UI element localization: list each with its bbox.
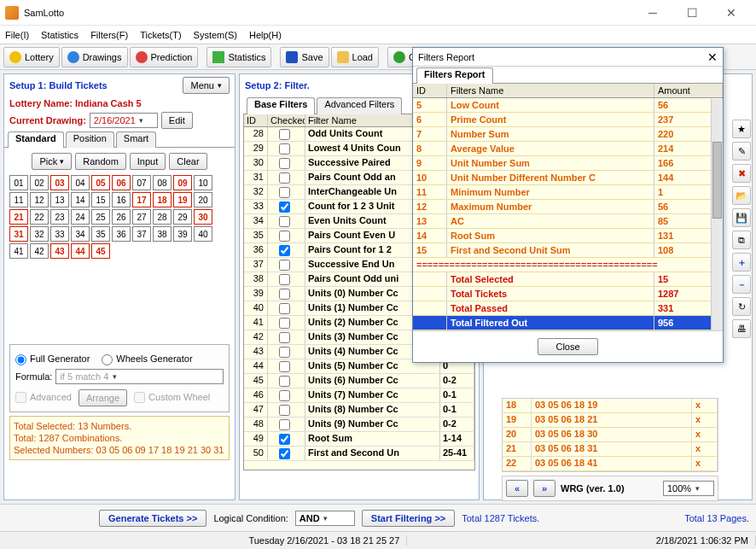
ticket-row[interactable]: 1903 05 06 18 21x: [503, 413, 718, 428]
drawing-combo[interactable]: 2/16/2021▾: [90, 113, 158, 128]
number-cell[interactable]: 11: [9, 192, 28, 207]
side-remove-icon[interactable]: －: [732, 275, 751, 294]
number-cell[interactable]: 08: [153, 175, 172, 190]
menu-help[interactable]: Help(H): [249, 30, 282, 40]
report-row[interactable]: 14Root Sum131: [413, 229, 723, 243]
number-cell[interactable]: 17: [132, 192, 151, 207]
report-close-icon[interactable]: ✕: [707, 50, 718, 64]
report-scrollbar[interactable]: [711, 99, 723, 330]
minimize-button[interactable]: ─: [633, 0, 672, 26]
filter-row[interactable]: 49Root Sum1-14: [244, 432, 474, 447]
tab-advanced-filters[interactable]: Advanced Filters: [317, 97, 402, 114]
close-button[interactable]: ✕: [712, 0, 751, 26]
report-row[interactable]: 8Average Value214: [413, 142, 723, 156]
number-cell[interactable]: 07: [132, 175, 151, 190]
side-wand-icon[interactable]: ✎: [732, 142, 751, 161]
side-add-icon[interactable]: ＋: [732, 253, 751, 272]
number-cell[interactable]: 04: [71, 175, 90, 190]
pick-button[interactable]: Pick▾: [32, 153, 72, 170]
number-cell[interactable]: 09: [173, 175, 192, 190]
tab-position[interactable]: Position: [66, 131, 114, 148]
nav-first-button[interactable]: «: [506, 480, 528, 497]
number-cell[interactable]: 43: [50, 243, 69, 259]
number-cell[interactable]: 32: [30, 226, 49, 242]
number-cell[interactable]: 29: [173, 209, 192, 225]
tab-base-filters[interactable]: Base Filters: [247, 97, 315, 114]
menu-system[interactable]: System(S): [194, 30, 237, 40]
tab-smart[interactable]: Smart: [116, 131, 156, 148]
report-close-button[interactable]: Close: [538, 338, 597, 355]
report-row[interactable]: 7Number Sum220: [413, 127, 723, 142]
generate-tickets-button[interactable]: Generate Tickets >>: [99, 510, 206, 527]
number-cell[interactable]: 35: [91, 226, 110, 242]
filter-row[interactable]: 47Units (8) Number Cc0-1: [244, 403, 474, 418]
menu-tickets[interactable]: Tickets(T): [140, 30, 181, 40]
number-cell[interactable]: 10: [194, 175, 212, 190]
number-cell[interactable]: 42: [30, 243, 49, 259]
report-total-row[interactable]: Total Tickets1287: [413, 287, 723, 301]
load-button[interactable]: Load: [331, 47, 379, 67]
zoom-combo[interactable]: 100%▾: [663, 481, 714, 496]
ticket-row[interactable]: 2203 05 06 18 41x: [503, 457, 718, 471]
report-total-row[interactable]: Total Selected15: [413, 272, 723, 287]
menu-filters[interactable]: Filters(F): [90, 30, 128, 40]
menu-file[interactable]: File(I): [5, 30, 29, 40]
number-cell[interactable]: 38: [153, 226, 172, 242]
edit-button[interactable]: Edit: [161, 112, 193, 129]
number-cell[interactable]: 26: [112, 209, 131, 225]
number-cell[interactable]: 06: [112, 175, 131, 190]
number-cell[interactable]: 15: [91, 192, 110, 207]
number-cell[interactable]: 19: [173, 192, 192, 207]
report-row[interactable]: 9Unit Number Sum166: [413, 156, 723, 171]
side-refresh-icon[interactable]: ↻: [732, 297, 751, 316]
save-button[interactable]: Save: [280, 47, 329, 67]
report-total-row[interactable]: Total Passed331: [413, 301, 723, 316]
report-row[interactable]: 6Prime Count237: [413, 113, 723, 127]
wheels-generator-radio[interactable]: Wheels Generator: [102, 353, 192, 365]
report-row[interactable]: 5Low Count56: [413, 98, 723, 113]
full-generator-radio[interactable]: Full Generator: [15, 353, 90, 365]
number-cell[interactable]: 23: [50, 209, 69, 225]
number-cell[interactable]: 12: [30, 192, 49, 207]
filter-row[interactable]: 48Units (9) Number Cc0-2: [244, 418, 474, 432]
setup1-menu-button[interactable]: Menu▾: [183, 77, 230, 94]
report-table[interactable]: ID Filters Name Amount 5Low Count566Prim…: [413, 84, 723, 330]
ticket-row[interactable]: 2003 05 06 18 30x: [503, 428, 718, 442]
statistics-button[interactable]: Statistics: [206, 47, 271, 67]
report-row[interactable]: 15First and Second Unit Sum108: [413, 243, 723, 258]
number-cell[interactable]: 16: [112, 192, 131, 207]
ticket-row[interactable]: 2103 05 06 18 31x: [503, 442, 718, 457]
filter-row[interactable]: 46Units (7) Number Cc0-1: [244, 388, 474, 403]
number-cell[interactable]: 28: [153, 209, 172, 225]
menu-statistics[interactable]: Statistics: [41, 30, 79, 40]
side-copy-icon[interactable]: ⧉: [732, 231, 751, 249]
filter-row[interactable]: 50First and Second Un25-41: [244, 447, 474, 461]
number-cell[interactable]: 30: [194, 209, 212, 225]
number-cell[interactable]: 22: [30, 209, 49, 225]
lottery-button[interactable]: Lottery: [3, 47, 60, 67]
number-cell[interactable]: 27: [132, 209, 151, 225]
side-open-icon[interactable]: 📂: [732, 186, 751, 205]
nav-next-button[interactable]: »: [533, 480, 555, 497]
report-tab[interactable]: Filters Report: [416, 67, 493, 84]
number-cell[interactable]: 25: [91, 209, 110, 225]
number-cell[interactable]: 36: [112, 226, 131, 242]
side-delete-icon[interactable]: ✖: [732, 164, 751, 183]
number-cell[interactable]: 20: [194, 192, 212, 207]
number-cell[interactable]: 18: [153, 192, 172, 207]
number-cell[interactable]: 41: [9, 243, 28, 259]
number-cell[interactable]: 02: [30, 175, 49, 190]
number-cell[interactable]: 39: [173, 226, 192, 242]
clear-button[interactable]: Clear: [169, 153, 206, 170]
random-button[interactable]: Random: [75, 153, 126, 170]
report-row[interactable]: 11Minimum Number1: [413, 185, 723, 200]
number-cell[interactable]: 01: [9, 175, 28, 190]
number-cell[interactable]: 33: [50, 226, 69, 242]
report-row[interactable]: 12Maximum Number56: [413, 200, 723, 214]
report-row[interactable]: 10Unit Number Different Number C144: [413, 171, 723, 185]
report-total-row[interactable]: Total Filtered Out956: [413, 316, 723, 330]
prediction-button[interactable]: Prediction: [130, 47, 199, 67]
number-cell[interactable]: 45: [91, 243, 110, 259]
number-cell[interactable]: 40: [194, 226, 212, 242]
number-cell[interactable]: 37: [132, 226, 151, 242]
